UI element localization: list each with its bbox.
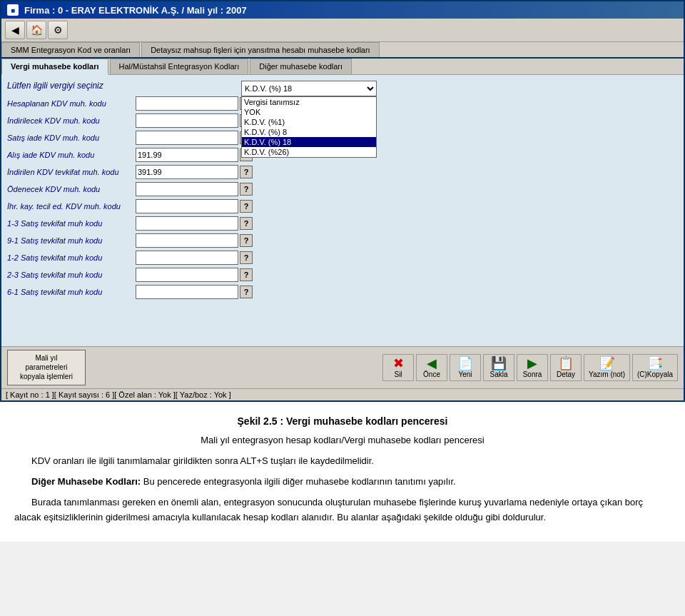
kdv-dropdown[interactable]: Vergisi tanımsızYOKK.D.V. (%1)K.D.V. (%)… [241, 81, 377, 96]
right-panel: Vergisi tanımsızYOKK.D.V. (%1)K.D.V. (%)… [241, 81, 678, 340]
tab-diger[interactable]: Diğer muhasebe kodları [250, 59, 352, 74]
dropdown-list-item[interactable]: K.D.V. (%) 8 [242, 127, 376, 137]
form-rows-container: Hesaplanan KDV muh. kodu?İndirilecek KDV… [7, 96, 235, 299]
section-label: Lütfen ilgili vergiyi seçiniz [7, 81, 235, 91]
action-btn-sil[interactable]: ✖Sil [382, 354, 414, 381]
action-btn-detay[interactable]: 📋Detay [550, 354, 582, 381]
text-p1: Mali yıl entegrasyon hesap kodları/Vergi… [14, 433, 671, 448]
action-btn-label-detay: Detay [557, 370, 575, 378]
main-toolbar: ◀ 🏠 ⚙ [1, 19, 684, 42]
action-btn-label-sakla: Sakla [490, 370, 508, 378]
dropdown-list-item[interactable]: K.D.V. (%26) [242, 147, 376, 157]
form-row: Alış iade KDV muh. kodu? [7, 148, 235, 162]
action-btn-sonra[interactable]: ▶Sonra [517, 354, 548, 381]
yeni-icon: 📄 [457, 357, 473, 370]
text-heading: Şekil 2.5 : Vergi muhasebe kodları pence… [14, 413, 671, 429]
dropdown-list-item[interactable]: YOK [242, 107, 376, 117]
form-row-input-6[interactable] [136, 199, 238, 213]
form-row: Hesaplanan KDV muh. kodu? [7, 96, 235, 111]
form-row-label: 1-2 Satış tevkifat muh kodu [7, 253, 136, 262]
form-row-input-11[interactable] [136, 285, 238, 299]
dropdown-list-item[interactable]: K.D.V. (%) 18 [242, 137, 376, 147]
form-row-input-1[interactable] [136, 113, 238, 128]
form-row-label: 2-3 Satış tevkifat muh kodu [7, 271, 136, 279]
detay-icon: 📋 [558, 357, 574, 370]
form-row-label: Ödenecek KDV muh. kodu [7, 185, 136, 193]
form-row: 9-1 Satış tevkifat muh kodu? [7, 233, 235, 248]
form-row-input-2[interactable] [136, 131, 238, 145]
tab-smm[interactable]: SMM Entegrasyon Kod ve oranları [1, 42, 140, 57]
form-row: Ödenecek KDV muh. kodu? [7, 182, 235, 196]
form-row-input-8[interactable] [136, 233, 238, 248]
form-row-input-7[interactable] [136, 216, 238, 231]
tab-row-1: SMM Entegrasyon Kod ve oranları Detaysız… [1, 42, 684, 59]
form-row-label: Alış iade KDV muh. kodu [7, 151, 136, 159]
copy-button[interactable]: Mali yıl parametreleri kopyala işlemleri [7, 350, 86, 385]
toolbar-btn-settings[interactable]: ⚙ [48, 21, 68, 39]
toolbar-btn-back[interactable]: ◀ [5, 21, 25, 39]
form-row-label: 1-3 Satış tevkifat muh kodu [7, 219, 136, 228]
form-row-label: 9-1 Satış tevkifat muh kodu [7, 236, 136, 245]
status-bar: [ Kayıt no : 1 ][ Kayıt sayısı : 6 ][ Öz… [1, 388, 684, 400]
main-content: Lütfen ilgili vergiyi seçiniz Hesaplanan… [1, 75, 684, 346]
dropdown-list: Vergisi tanımsızYOKK.D.V. (%1)K.D.V. (%)… [241, 96, 377, 158]
form-row-input-5[interactable] [136, 182, 238, 196]
action-btn-label-sonra: Sonra [523, 370, 542, 378]
sonra-icon: ▶ [527, 357, 537, 370]
tab-hal[interactable]: Hal/Müstahsil Entegrasyon Kodları [110, 59, 249, 74]
tab-row-2: Vergi muhasebe kodları Hal/Müstahsil Ent… [1, 59, 684, 75]
action-btn-label-yeni: Yeni [458, 370, 472, 378]
dropdown-area: Vergisi tanımsızYOKK.D.V. (%1)K.D.V. (%)… [241, 81, 678, 158]
ckopyala-icon: 📑 [647, 357, 663, 370]
form-row-label: İndirilen KDV tevkifat muh. kodu [7, 168, 136, 176]
form-row-label: İhr. kay. tecil ed. KDV muh. kodu [7, 202, 136, 211]
action-btn-label-ckopyala: (C)Kopyala [637, 370, 673, 378]
left-panel: Lütfen ilgili vergiyi seçiniz Hesaplanan… [7, 81, 235, 340]
status-text: [ Kayıt no : 1 ][ Kayıt sayısı : 6 ][ Öz… [6, 390, 231, 399]
form-row: İndirilecek KDV muh. kodu? [7, 113, 235, 128]
action-buttons-container: ✖Sil◀Önce📄Yeni💾Sakla▶Sonra📋Detay📝Yazım (… [382, 354, 678, 381]
form-row: 6-1 Satış tevkifat muh kodu? [7, 285, 235, 299]
yazim-icon: 📝 [599, 357, 615, 370]
toolbar-btn-home[interactable]: 🏠 [26, 21, 46, 39]
window-title: Firma : 0 - ERAY ELEKTRONİK A.Ş. / Mali … [24, 5, 247, 16]
action-btn-yazim[interactable]: 📝Yazım (not) [584, 354, 630, 381]
form-row-input-0[interactable] [136, 96, 238, 111]
form-row-input-4[interactable] [136, 165, 238, 179]
form-row-input-9[interactable] [136, 251, 238, 265]
text-p2: KDV oranları ile ilgili tanımlamalar gir… [14, 454, 671, 469]
tab-vergi[interactable]: Vergi muhasebe kodları [1, 59, 108, 75]
form-row-label: Hesaplanan KDV muh. kodu [7, 99, 136, 108]
form-row: 1-2 Satış tevkifat muh kodu? [7, 251, 235, 265]
main-window: ■ Firma : 0 - ERAY ELEKTRONİK A.Ş. / Mal… [0, 0, 685, 402]
action-btn-label-yazim: Yazım (not) [589, 370, 625, 378]
sil-icon: ✖ [393, 357, 404, 370]
form-row: İndirilen KDV tevkifat muh. kodu? [7, 165, 235, 179]
action-btn-ckopyala[interactable]: 📑(C)Kopyala [632, 354, 678, 381]
form-row-input-3[interactable] [136, 148, 238, 162]
action-btn-once[interactable]: ◀Önce [416, 354, 447, 381]
tab-detay[interactable]: Detaysız mahsup fişleri için yansıtma he… [141, 42, 380, 57]
form-row: 2-3 Satış tevkifat muh kodu? [7, 268, 235, 282]
form-row-label: 6-1 Satış tevkifat muh kodu [7, 288, 136, 296]
dropdown-list-item[interactable]: Vergisi tanımsız [242, 97, 376, 107]
sakla-icon: 💾 [491, 357, 507, 370]
action-btn-sakla[interactable]: 💾Sakla [483, 354, 514, 381]
text-p4: Burada tanımlanması gereken en önemli al… [14, 495, 671, 525]
form-row-label: Satış iade KDV muh. kodu [7, 133, 136, 142]
text-section: Şekil 2.5 : Vergi muhasebe kodları pence… [0, 402, 685, 542]
action-btn-label-once: Önce [423, 370, 440, 378]
bottom-toolbar: Mali yıl parametreleri kopyala işlemleri… [1, 346, 684, 388]
action-btn-yeni[interactable]: 📄Yeni [450, 354, 481, 381]
action-btn-label-sil: Sil [394, 370, 402, 378]
once-icon: ◀ [427, 357, 437, 370]
title-bar: ■ Firma : 0 - ERAY ELEKTRONİK A.Ş. / Mal… [1, 1, 684, 19]
form-row: İhr. kay. tecil ed. KDV muh. kodu? [7, 199, 235, 213]
app-icon: ■ [7, 4, 19, 16]
form-row: Satış iade KDV muh. kodu? [7, 131, 235, 145]
text-p3: Diğer Muhasebe Kodları: Bu pencerede ent… [14, 475, 671, 490]
form-row: 1-3 Satış tevkifat muh kodu? [7, 216, 235, 231]
dropdown-list-item[interactable]: K.D.V. (%1) [242, 117, 376, 127]
form-row-label: İndirilecek KDV muh. kodu [7, 116, 136, 125]
form-row-input-10[interactable] [136, 268, 238, 282]
